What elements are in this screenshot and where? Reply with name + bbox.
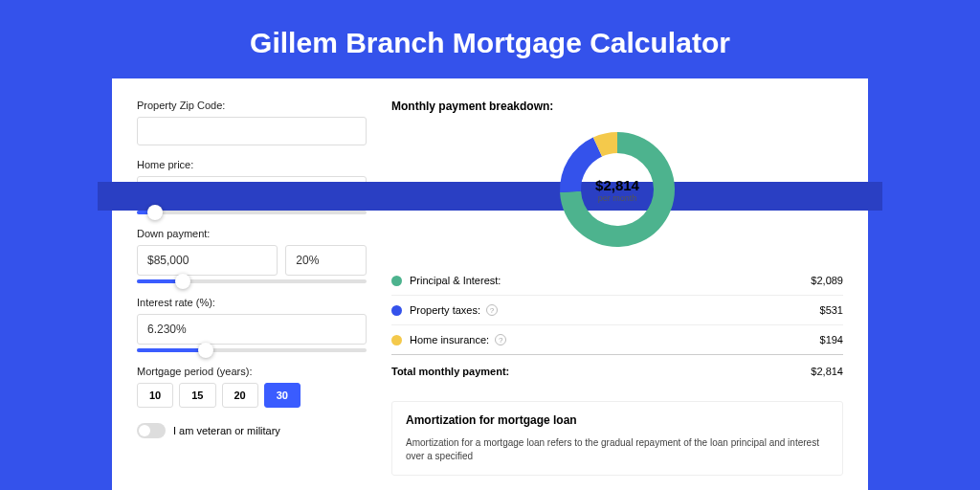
home-price-label: Home price: [137,159,367,170]
breakdown-row: Home insurance:?$194 [391,324,843,354]
amortization-title: Amortization for mortgage loan [406,413,829,427]
breakdown-value: $2,089 [811,275,843,286]
inputs-column: Property Zip Code: Home price: Down paym… [137,100,367,476]
breakdown-row: Principal & Interest:$2,089 [391,266,843,295]
down-payment-input[interactable] [137,245,278,276]
payment-donut-chart: $2,814 per month [558,130,677,249]
calculator-card: Property Zip Code: Home price: Down paym… [112,78,868,490]
period-button-10[interactable]: 10 [137,383,173,408]
breakdown-value: $531 [820,304,843,316]
donut-value: $2,814 [595,177,639,193]
down-payment-pct-input[interactable] [285,245,367,276]
veteran-label: I am veteran or military [173,425,280,436]
zip-label: Property Zip Code: [137,100,367,111]
period-label: Mortgage period (years): [137,366,367,377]
breakdown-title: Monthly payment breakdown: [391,100,843,113]
interest-rate-slider[interactable] [137,348,367,352]
breakdown-label: Principal & Interest: [410,275,811,286]
legend-dot [391,335,402,345]
breakdown-label: Home insurance:? [410,334,820,345]
breakdown-total-row: Total monthly payment:$2,814 [391,354,843,386]
period-button-20[interactable]: 20 [222,383,258,408]
legend-dot [391,305,402,316]
slider-thumb[interactable] [198,343,213,358]
page-title: Gillem Branch Mortgage Calculator [0,0,980,78]
period-buttons: 10152030 [137,383,367,408]
amortization-box: Amortization for mortgage loan Amortizat… [391,401,843,476]
breakdown-label: Property taxes:? [410,304,820,316]
slider-thumb[interactable] [147,205,163,220]
zip-input[interactable] [137,117,367,145]
veteran-toggle[interactable] [137,423,166,438]
total-value: $2,814 [811,366,843,377]
donut-sublabel: per month [595,193,639,203]
legend-dot [391,276,402,286]
info-icon[interactable]: ? [495,334,506,345]
breakdown-row: Property taxes:?$531 [391,295,843,324]
slider-thumb[interactable] [175,274,190,289]
info-icon[interactable]: ? [486,304,498,316]
card-shadow [98,182,882,211]
amortization-text: Amortization for a mortgage loan refers … [406,436,829,463]
breakdown-value: $194 [820,334,843,345]
period-button-30[interactable]: 30 [264,383,301,408]
interest-rate-input[interactable] [137,314,367,345]
total-label: Total monthly payment: [391,366,811,377]
results-column: Monthly payment breakdown: $2,814 per mo… [391,100,843,476]
down-payment-slider[interactable] [137,279,367,283]
period-button-15[interactable]: 15 [179,383,215,408]
interest-rate-label: Interest rate (%): [137,297,367,308]
home-price-slider[interactable] [137,211,367,214]
down-payment-label: Down payment: [137,228,367,239]
